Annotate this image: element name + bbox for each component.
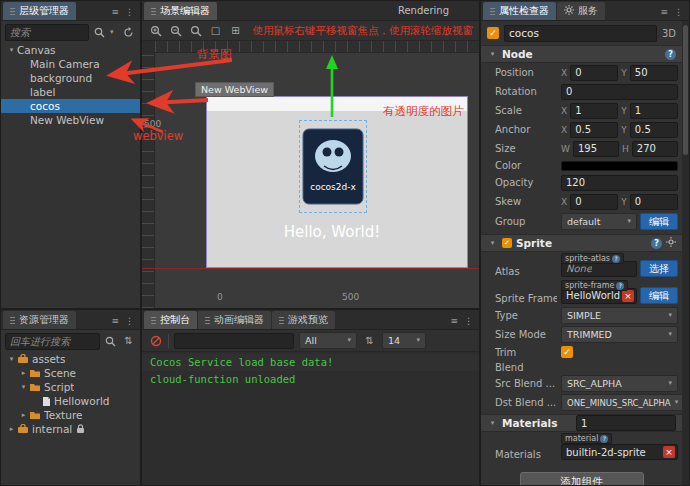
tab-console[interactable]: 控制台 — [144, 311, 197, 329]
filter-icon[interactable]: ⇅ — [121, 334, 136, 349]
color-swatch[interactable] — [561, 161, 678, 171]
cocos-sprite[interactable]: cocos2d-x — [302, 124, 364, 209]
opacity-input[interactable] — [561, 175, 678, 191]
font-size-dropdown[interactable]: 14 ▾ — [382, 332, 426, 349]
group-dropdown[interactable]: default ▾ — [561, 213, 637, 230]
help-icon[interactable]: ? — [665, 49, 676, 60]
sprite-section-header[interactable]: ▾ ✓ Sprite ? — [481, 234, 682, 252]
refresh-icon[interactable] — [121, 25, 136, 40]
help-icon[interactable]: ? — [651, 238, 662, 249]
clear-sprite-frame-icon[interactable]: × — [622, 290, 634, 302]
menu-icon[interactable]: ≡ — [450, 317, 458, 326]
hierarchy-item-main-camera[interactable]: Main Camera — [1, 57, 140, 71]
menu-icon[interactable]: ≡ — [111, 8, 119, 17]
caret-right-icon[interactable]: ▸ — [18, 369, 29, 377]
size-h-input[interactable] — [632, 141, 678, 157]
add-component-button[interactable]: 添加组件 — [520, 472, 644, 485]
move-gizmo-y-axis[interactable] — [325, 55, 339, 122]
caret-down-icon[interactable]: ▾ — [487, 420, 498, 427]
tab-service[interactable]: 服务 — [557, 2, 605, 20]
edit-group-button[interactable]: 编辑 — [640, 213, 678, 230]
type-dropdown[interactable]: SIMPLE ▾ — [561, 307, 678, 324]
zoom-in-icon[interactable] — [148, 23, 163, 38]
help-icon[interactable]: ? — [612, 255, 620, 263]
size-w-input[interactable] — [573, 141, 619, 157]
size-mode-dropdown[interactable]: TRIMMED ▾ — [561, 326, 678, 343]
hierarchy-item-label[interactable]: label — [1, 85, 140, 99]
sprite-frame-badge-label: sprite-frame — [565, 282, 614, 290]
console-log-area[interactable]: Cocos Service load base data! cloud-func… — [142, 352, 479, 485]
caret-down-icon[interactable]: ▾ — [6, 46, 17, 54]
panel-options-icon[interactable]: ⋮ — [125, 317, 134, 326]
asset-item-internal[interactable]: ▸ internal — [1, 422, 140, 436]
asset-item-helloworld[interactable]: Helloworld — [1, 394, 140, 408]
tab-inspector[interactable]: 属性检查器 — [483, 2, 556, 20]
menu-icon[interactable]: ≡ — [660, 8, 668, 17]
gear-icon[interactable] — [666, 237, 676, 249]
tab-game-preview[interactable]: 游戏预览 — [272, 311, 335, 329]
hierarchy-item-background[interactable]: background — [1, 71, 140, 85]
hierarchy-item-cocos[interactable]: cocos — [1, 99, 140, 113]
caret-right-icon[interactable]: ▸ — [6, 425, 17, 433]
scale-x-input[interactable] — [570, 103, 618, 119]
asset-item-scene[interactable]: ▸ Scene — [1, 366, 140, 380]
tab-assets[interactable]: 资源管理器 — [3, 311, 76, 329]
chevron-down-icon[interactable]: ▾ — [110, 29, 118, 36]
position-x-input[interactable] — [570, 65, 618, 81]
zoom-out-icon[interactable] — [168, 23, 183, 38]
help-icon[interactable]: ? — [600, 435, 608, 443]
sprite-enabled-checkbox[interactable]: ✓ — [502, 238, 512, 248]
node-active-checkbox[interactable]: ✓ — [487, 27, 499, 39]
center-view-icon[interactable]: ⊞ — [228, 23, 243, 38]
menu-icon[interactable]: ≡ — [111, 317, 119, 326]
caret-down-icon[interactable]: ▾ — [6, 355, 17, 363]
hierarchy-item-canvas[interactable]: ▾ Canvas — [1, 43, 140, 57]
clear-material-icon[interactable]: × — [663, 446, 675, 458]
caret-right-icon[interactable]: ▸ — [18, 411, 29, 419]
panel-options-icon[interactable]: ⋮ — [464, 317, 473, 326]
scrollbar-thumb[interactable] — [683, 25, 688, 155]
select-atlas-button[interactable]: 选择 — [640, 260, 678, 277]
tab-animation-editor[interactable]: 动画编辑器 — [198, 311, 271, 329]
anchor-x-input[interactable] — [570, 122, 618, 138]
help-icon[interactable]: ? — [616, 282, 624, 290]
materials-count-input[interactable] — [576, 415, 676, 431]
node-section-header[interactable]: ▾ Node ? — [481, 45, 682, 63]
console-search-input[interactable] — [174, 333, 294, 349]
tab-hierarchy[interactable]: 层级管理器 — [3, 2, 76, 20]
asset-item-assets[interactable]: ▾ assets — [1, 352, 140, 366]
panel-options-icon[interactable]: ⋮ — [674, 8, 683, 17]
panel-options-icon[interactable]: ⋮ — [125, 8, 134, 17]
log-level-dropdown[interactable]: All ▾ — [299, 332, 357, 349]
asset-item-script[interactable]: ▾ Script — [1, 380, 140, 394]
clear-console-icon[interactable] — [148, 333, 163, 348]
collapse-icon[interactable]: ⇅ — [362, 333, 377, 348]
hierarchy-item-new-webview[interactable]: New WebView — [1, 113, 140, 127]
hierarchy-search-input[interactable] — [5, 24, 89, 41]
caret-down-icon[interactable]: ▾ — [487, 51, 498, 58]
inspector-scrollbar[interactable] — [682, 21, 689, 485]
rotation-input[interactable] — [561, 84, 678, 100]
assets-search-input[interactable] — [5, 333, 100, 350]
caret-down-icon[interactable]: ▾ — [18, 383, 29, 391]
fit-view-icon[interactable]: □ — [208, 23, 223, 38]
trim-checkbox[interactable]: ✓ — [561, 346, 573, 358]
tab-scene[interactable]: 场景编辑器 — [144, 2, 217, 20]
caret-down-icon[interactable]: ▾ — [487, 240, 498, 247]
material-value-box[interactable]: builtin-2d-sprite × — [561, 444, 678, 460]
skew-y-input[interactable] — [630, 194, 678, 210]
search-icon[interactable] — [92, 25, 107, 40]
node-name-input[interactable] — [504, 25, 657, 42]
scene-viewport[interactable]: 500 0 500 New WebView cocos2d-x — [142, 41, 479, 308]
materials-section-header[interactable]: ▾ Materials — [481, 414, 682, 432]
zoom-reset-icon[interactable] — [188, 23, 203, 38]
position-y-input[interactable] — [630, 65, 678, 81]
src-blend-dropdown[interactable]: SRC_ALPHA ▾ — [561, 375, 678, 392]
search-icon[interactable] — [103, 334, 118, 349]
scale-y-input[interactable] — [630, 103, 678, 119]
edit-sprite-frame-button[interactable]: 编辑 — [640, 287, 678, 304]
asset-item-texture[interactable]: ▸ Texture — [1, 408, 140, 422]
skew-x-input[interactable] — [570, 194, 618, 210]
anchor-y-input[interactable] — [630, 122, 678, 138]
dst-blend-dropdown[interactable]: ONE_MINUS_SRC_ALPHA ▾ — [561, 394, 684, 411]
